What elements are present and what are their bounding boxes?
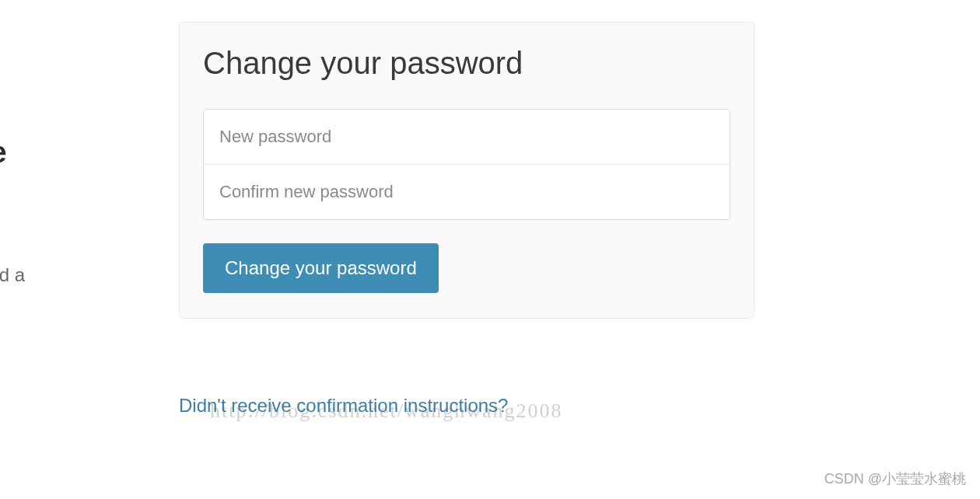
left-line-1: it keep — [0, 201, 25, 230]
confirm-password-input[interactable] — [204, 165, 730, 219]
resend-confirmation-link[interactable]: Didn't receive confirmation instructions… — [179, 395, 508, 417]
panel-title: Change your password — [203, 46, 730, 81]
change-password-panel: Change your password Change your passwor… — [179, 22, 754, 319]
left-line-3: cker and a — [0, 260, 25, 290]
left-marketing-text: code it keep oration cker and a — [0, 136, 25, 290]
password-input-group — [203, 109, 730, 220]
left-line-2: oration — [0, 230, 25, 260]
left-heading-fragment: code — [0, 136, 25, 169]
change-password-button[interactable]: Change your password — [203, 243, 439, 293]
watermark-credit: CSDN @小莹莹水蜜桃 — [824, 469, 966, 488]
new-password-input[interactable] — [204, 110, 730, 165]
